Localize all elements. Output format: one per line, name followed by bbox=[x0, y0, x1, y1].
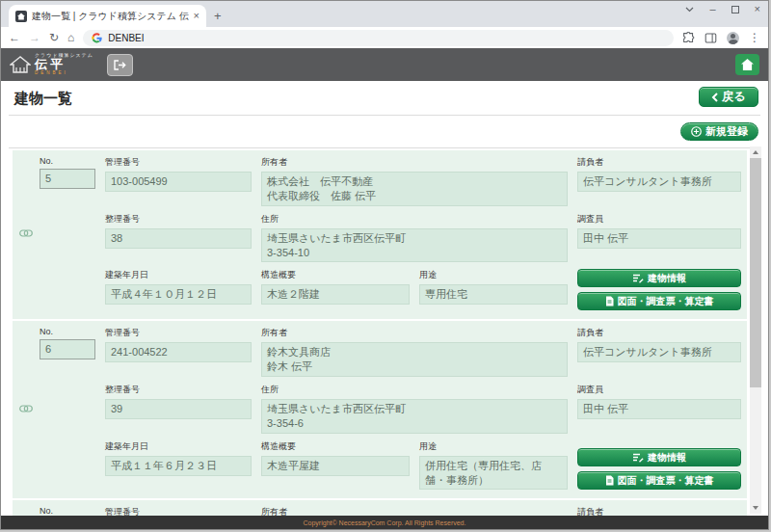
owner-label: 所有者 bbox=[261, 327, 568, 339]
kanri-label: 管理番号 bbox=[105, 156, 252, 169]
building-record: No.5 管理番号103-005499 所有者株式会社 伝平不動産 代表取締役 … bbox=[13, 150, 747, 319]
extensions-puzzle-icon[interactable] bbox=[682, 32, 695, 44]
kanri-label: 管理番号 bbox=[105, 327, 252, 339]
link-icon[interactable] bbox=[19, 229, 33, 237]
reload-icon[interactable]: ↻ bbox=[49, 32, 59, 43]
owner-value: 鈴木文具商店 鈴木 伝平 bbox=[261, 342, 568, 377]
use-label: 用途 bbox=[419, 269, 568, 281]
logout-button[interactable] bbox=[107, 54, 133, 76]
maximize-button[interactable] bbox=[731, 6, 739, 13]
new-registration-row: 新規登録 bbox=[1, 116, 768, 147]
no-label: No. bbox=[40, 327, 95, 336]
address-value: 埼玉県さいたま市西区伝平町 3-354-6 bbox=[261, 399, 568, 434]
structure-label: 構造概要 bbox=[261, 440, 410, 453]
record-fields: No.6 管理番号241-004522 所有者鈴木文具商店 鈴木 伝平 請負者伝… bbox=[40, 327, 741, 490]
record-icon-col bbox=[16, 327, 36, 490]
investigator-value: 田中 伝平 bbox=[577, 228, 741, 249]
new-tab-button[interactable]: + bbox=[214, 9, 222, 23]
document-icon bbox=[605, 296, 614, 306]
seiri-label: 整理番号 bbox=[105, 384, 252, 396]
divider bbox=[9, 147, 760, 148]
structure-value: 木造平屋建 bbox=[261, 456, 410, 476]
scroll-down-icon[interactable] bbox=[753, 506, 758, 510]
app-home-button[interactable] bbox=[735, 54, 759, 75]
record-icon-col bbox=[16, 156, 36, 310]
close-window-button[interactable]: × bbox=[755, 4, 760, 14]
side-panel-icon[interactable] bbox=[705, 32, 717, 44]
home-nav-icon[interactable]: ⌂ bbox=[67, 32, 74, 43]
kanri-value: 103-005499 bbox=[105, 172, 252, 192]
logo-name: 伝平 bbox=[35, 58, 93, 71]
tab-title: 建物一覧 | クラウド積算システム 伝 bbox=[32, 10, 189, 23]
minimize-button[interactable]: – bbox=[709, 4, 715, 14]
back-button-label: 戻る bbox=[722, 89, 745, 105]
app-header: クラウド積算システム 伝平 DENBEI bbox=[1, 48, 768, 81]
structure-value: 木造２階建 bbox=[261, 284, 410, 305]
favicon-icon bbox=[15, 11, 27, 22]
building-info-button[interactable]: 建物情報 bbox=[577, 269, 741, 287]
browser-toolbar: ← → ↻ ⌂ DENBEI ⋮ bbox=[1, 27, 768, 48]
building-info-label: 建物情報 bbox=[648, 451, 686, 465]
tab-close-icon[interactable]: × bbox=[194, 11, 199, 21]
no-value: 5 bbox=[40, 169, 95, 189]
seiri-value: 38 bbox=[105, 228, 252, 249]
list-edit-icon bbox=[632, 453, 644, 463]
link-icon[interactable] bbox=[19, 405, 33, 412]
back-button[interactable]: 戻る bbox=[699, 87, 758, 107]
page-title: 建物一覧 bbox=[14, 90, 72, 106]
content-scrollbar[interactable] bbox=[750, 146, 761, 514]
browser-tab[interactable]: 建物一覧 | クラウド積算システム 伝 × bbox=[9, 5, 206, 27]
logout-icon bbox=[114, 60, 126, 70]
toolbar-right: ⋮ bbox=[682, 32, 760, 44]
logo-text: クラウド積算システム 伝平 DENBEI bbox=[35, 53, 93, 77]
home-icon bbox=[741, 59, 754, 70]
scrollbar-thumb[interactable] bbox=[750, 158, 761, 387]
owner-label: 所有者 bbox=[261, 156, 568, 169]
tab-search-chevron-icon[interactable] bbox=[685, 7, 694, 13]
building-info-button[interactable]: 建物情報 bbox=[577, 448, 741, 466]
kanri-label: 管理番号 bbox=[105, 506, 252, 516]
logo-romaji: DENBEI bbox=[35, 71, 93, 76]
scroll-up-icon[interactable] bbox=[753, 150, 758, 154]
contractor-label: 請負者 bbox=[577, 506, 741, 516]
app-footer: Copyright© NecessaryCom Corp. All Rights… bbox=[1, 516, 768, 529]
contractor-value: 伝平コンサルタント事務所 bbox=[577, 342, 741, 362]
built-date-value: 平成１１年６月２３日 bbox=[105, 456, 252, 476]
documents-button[interactable]: 図面・調査票・算定書 bbox=[577, 292, 741, 310]
contractor-label: 請負者 bbox=[577, 156, 741, 169]
building-record: No.7 管理番号332-002287 所有者山田 伝平 請負者伝平コンサルタン… bbox=[13, 500, 747, 516]
contractor-value: 伝平コンサルタント事務所 bbox=[577, 172, 741, 192]
built-date-label: 建築年月日 bbox=[105, 440, 252, 453]
seiri-label: 整理番号 bbox=[105, 213, 252, 226]
url-text: DENBEI bbox=[108, 33, 144, 43]
use-value: 併用住宅（専用住宅、店舗・事務所） bbox=[419, 456, 568, 491]
use-label: 用途 bbox=[419, 440, 568, 453]
copyright-text: Copyright© NecessaryCom Corp. All Rights… bbox=[304, 519, 466, 526]
no-label: No. bbox=[40, 506, 95, 516]
back-nav-icon[interactable]: ← bbox=[9, 32, 20, 43]
building-info-label: 建物情報 bbox=[648, 272, 686, 285]
owner-label: 所有者 bbox=[261, 506, 568, 516]
tab-strip: 建物一覧 | クラウド積算システム 伝 × + – × bbox=[1, 1, 768, 27]
documents-label: 図面・調査票・算定書 bbox=[618, 295, 714, 308]
kebab-menu-icon[interactable]: ⋮ bbox=[749, 32, 760, 43]
title-row: 建物一覧 戻る bbox=[1, 81, 768, 115]
contractor-label: 請負者 bbox=[577, 327, 741, 339]
investigator-value: 田中 伝平 bbox=[577, 399, 741, 419]
no-value: 6 bbox=[40, 339, 95, 359]
record-fields: No.5 管理番号103-005499 所有者株式会社 伝平不動産 代表取締役 … bbox=[40, 156, 741, 310]
list-edit-icon bbox=[632, 274, 644, 283]
structure-label: 構造概要 bbox=[261, 269, 410, 281]
owner-value: 株式会社 伝平不動産 代表取締役 佐藤 伝平 bbox=[261, 172, 568, 206]
no-label: No. bbox=[40, 156, 95, 166]
main-content: 建物一覧 戻る 新規登録 No.5 管理番号103-005499 bbox=[1, 81, 768, 516]
new-registration-button[interactable]: 新規登録 bbox=[680, 122, 758, 141]
documents-button[interactable]: 図面・調査票・算定書 bbox=[577, 471, 741, 490]
built-date-value: 平成４年１０月１２日 bbox=[105, 284, 252, 305]
profile-avatar[interactable] bbox=[727, 32, 739, 44]
forward-nav-icon[interactable]: → bbox=[29, 32, 40, 43]
denbei-logo: クラウド積算システム 伝平 DENBEI bbox=[10, 53, 93, 77]
chevron-left-icon bbox=[711, 93, 718, 102]
address-bar[interactable]: DENBEI bbox=[83, 30, 674, 46]
google-g-icon bbox=[92, 33, 102, 43]
